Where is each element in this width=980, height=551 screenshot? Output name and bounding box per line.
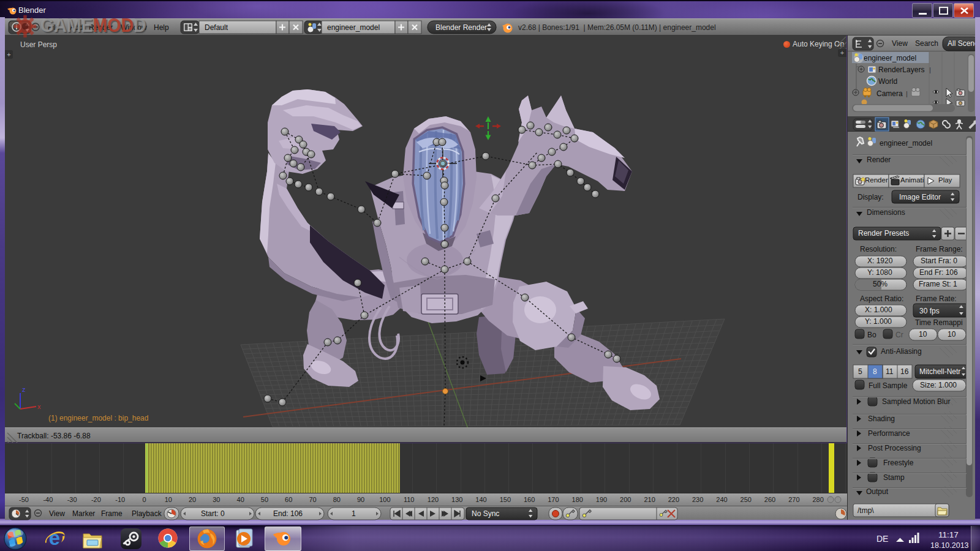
svg-text:e: e [49, 527, 60, 549]
svg-text:x: x [37, 403, 41, 410]
svg-text:|: | [906, 90, 908, 97]
svg-text:World: World [878, 77, 897, 86]
svg-text:z: z [22, 386, 26, 393]
svg-text:RenderLayers: RenderLayers [878, 66, 924, 74]
svg-text:engineer_model: engineer_model [864, 54, 916, 62]
svg-text:Camera: Camera [876, 89, 903, 98]
